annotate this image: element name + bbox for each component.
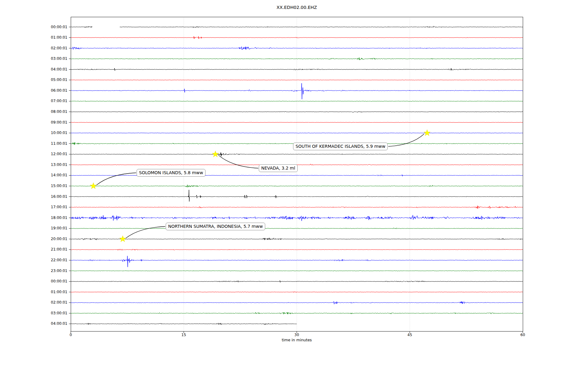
trace-row-27 [71, 312, 523, 314]
trace-row-19 [71, 228, 523, 229]
y-tick-label: 00:00:01 [39, 279, 67, 284]
x-axis-title: time in minutes [260, 338, 334, 342]
y-tick-label: 06:00:01 [39, 88, 67, 93]
x-tick-label: 60 [515, 333, 530, 337]
trace-row-21 [71, 249, 523, 250]
plot-area [0, 0, 588, 368]
trace-row-8 [71, 111, 523, 112]
y-tick-label: 07:00:01 [39, 99, 67, 103]
trace-row-28 [71, 323, 297, 325]
event-star [90, 183, 96, 189]
y-tick-label: 17:00:01 [39, 205, 67, 209]
y-tick-label: 23:00:01 [39, 269, 67, 273]
trace-row-7 [71, 101, 523, 102]
y-tick-label: 08:00:01 [39, 109, 67, 114]
y-tick-label: 01:00:01 [39, 290, 67, 294]
x-tick-label: 0 [63, 333, 78, 337]
trace-row-25 [71, 292, 523, 293]
trace-row-23 [71, 270, 523, 271]
trace-row-16 [71, 190, 523, 201]
y-tick-label: 12:00:01 [39, 152, 67, 156]
y-tick-label: 03:00:01 [39, 56, 67, 61]
x-tick-label: 15 [176, 333, 191, 337]
annotation-arrow [96, 173, 136, 185]
y-tick-label: 04:00:01 [39, 321, 67, 326]
y-tick-label: 11:00:01 [39, 141, 67, 146]
event-star [424, 130, 430, 136]
y-tick-label: 16:00:01 [39, 194, 67, 199]
event-star [212, 151, 219, 157]
y-tick-label: 10:00:01 [39, 131, 67, 135]
y-tick-label: 22:00:01 [39, 258, 67, 263]
annotation-box-solomon: SOLOMON ISLANDS, 5.8 mww [137, 169, 205, 177]
trace-row-15 [71, 185, 523, 187]
annotation-arrow [219, 155, 258, 168]
x-tick-label: 30 [289, 333, 304, 337]
y-tick-label: 05:00:01 [39, 78, 67, 82]
trace-row-10 [71, 133, 523, 133]
y-tick-label: 14:00:01 [39, 173, 67, 178]
annotation-box-kermadec: SOUTH OF KERMADEC ISLANDS, 5.9 mww [293, 143, 388, 150]
y-tick-label: 18:00:01 [39, 216, 67, 220]
y-tick-label: 21:00:01 [39, 247, 67, 252]
y-tick-label: 03:00:01 [39, 311, 67, 316]
annotation-arrow [389, 134, 424, 146]
y-tick-label: 01:00:01 [39, 35, 67, 40]
y-tick-label: 04:00:01 [39, 67, 67, 72]
y-tick-label: 19:00:01 [39, 226, 67, 231]
y-tick-label: 02:00:01 [39, 300, 67, 305]
y-tick-label: 20:00:01 [39, 237, 67, 241]
trace-row-17 [71, 206, 523, 209]
y-tick-label: 15:00:01 [39, 184, 67, 188]
annotation-box-nevada: NEVADA, 3.2 ml [259, 164, 298, 172]
y-tick-label: 09:00:01 [39, 120, 67, 125]
y-tick-label: 00:00:01 [39, 25, 67, 29]
x-tick-label: 45 [402, 333, 417, 337]
y-tick-label: 02:00:01 [39, 46, 67, 51]
y-tick-label: 13:00:01 [39, 163, 67, 167]
annotation-box-sumatra: NORTHERN SUMATRA, INDONESIA, 5.7 mww [166, 223, 265, 230]
event-star [119, 236, 126, 242]
trace-row-5 [71, 80, 523, 80]
trace-row-0 [71, 26, 523, 28]
helicorder-figure: XX.EDH02.00.EHZ 00:00:0101:00:0102:00:01… [0, 0, 588, 368]
